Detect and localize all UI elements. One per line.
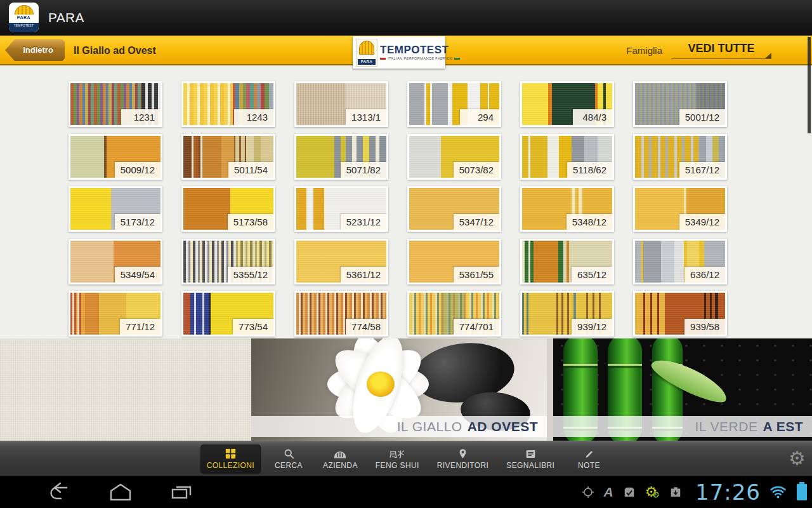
clock[interactable]: 17:26 xyxy=(695,479,761,505)
fabric-swatch[interactable]: 5167/12 xyxy=(633,134,727,180)
fabric-swatch[interactable]: 1243 xyxy=(181,81,275,127)
fabric-code-label: 5173/12 xyxy=(115,214,160,230)
bookmarks-icon xyxy=(525,448,536,459)
fabric-code-label: 5231/12 xyxy=(341,214,386,230)
banner-caption-verde: IL VERDE A EST xyxy=(553,416,812,437)
fabric-swatch[interactable]: 5009/12 xyxy=(69,134,162,180)
fabric-code-label: 939/58 xyxy=(684,319,725,335)
nav-item-label: COLLEZIONI xyxy=(207,461,254,470)
banner-linen[interactable] xyxy=(0,338,251,441)
nav-item-cerca[interactable]: CERCA xyxy=(266,444,311,474)
fabric-swatch[interactable]: 5071/82 xyxy=(294,134,388,180)
fabric-swatch[interactable]: 5349/54 xyxy=(69,239,162,284)
screen: PARA TEMPOTEST PARA Indietro Il Giallo a… xyxy=(0,0,812,508)
fabric-swatch[interactable]: 771/12 xyxy=(69,291,162,337)
fabric-code-label: 5347/12 xyxy=(454,214,499,230)
caption-prefix: IL VERDE xyxy=(695,419,758,434)
flag-red-dash xyxy=(380,58,386,60)
system-bar: A ⚙⚙ 17:26 xyxy=(0,476,812,508)
banner-il-verde[interactable]: IL VERDE A EST xyxy=(553,338,812,441)
app-title: PARA xyxy=(48,0,84,36)
flag-green-dash xyxy=(454,58,460,60)
fabric-swatch[interactable]: 5361/12 xyxy=(294,239,388,284)
fabric-code-label: 5118/62 xyxy=(567,162,612,178)
nav-item-label: AZIENDA xyxy=(323,461,358,470)
caption-bold: AD OVEST xyxy=(468,419,538,434)
fabric-swatch[interactable]: 5173/12 xyxy=(69,186,162,232)
fabric-swatch[interactable]: 5118/62 xyxy=(520,134,614,180)
fabric-swatch[interactable]: 5355/12 xyxy=(181,239,275,284)
bottom-nav-bar: COLLEZIONICERCAAZIENDAFENG SHUIRIVENDITO… xyxy=(0,441,812,476)
nav-item-label: CERCA xyxy=(275,461,303,470)
fabric-swatch[interactable]: 636/12 xyxy=(633,239,727,284)
fabric-swatch[interactable]: 5011/54 xyxy=(181,134,275,180)
fabric-swatch[interactable]: 774/701 xyxy=(407,291,501,337)
search-icon xyxy=(284,448,294,459)
location-icon[interactable] xyxy=(582,486,594,498)
fabric-code-label: 636/12 xyxy=(684,267,725,283)
family-filter: Famiglia VEDI TUTTE xyxy=(626,36,771,65)
back-nav-button[interactable] xyxy=(42,476,77,508)
nav-item-rivenditori[interactable]: RIVENDITORI xyxy=(431,444,495,474)
awning-icon xyxy=(15,5,34,15)
recents-nav-button[interactable] xyxy=(164,476,199,508)
app-icon-badge: PARA xyxy=(13,15,35,20)
nav-item-fengshui[interactable]: FENG SHUI xyxy=(369,444,426,474)
fabric-code-label: 1313/1 xyxy=(346,109,386,125)
fabric-code-label: 294 xyxy=(460,109,499,125)
fabric-code-label: 5009/12 xyxy=(115,162,160,178)
fabric-swatch[interactable]: 939/12 xyxy=(520,291,614,337)
fabric-code-label: 774/58 xyxy=(346,319,386,335)
fabric-code-label: 5011/54 xyxy=(228,162,273,178)
nav-item-collezioni[interactable]: COLLEZIONI xyxy=(200,444,261,474)
letter-a-icon[interactable]: A xyxy=(604,485,613,500)
logo-badge: PARA xyxy=(358,59,376,65)
fabric-code-label: 484/3 xyxy=(573,109,612,125)
fabric-swatch[interactable]: 5073/82 xyxy=(407,134,501,180)
nav-item-segnalibri[interactable]: SEGNALIBRI xyxy=(500,444,561,474)
page-title: Il Giallo ad Ovest xyxy=(74,36,156,65)
download-icon[interactable] xyxy=(669,486,682,498)
nav-item-label: RIVENDITORI xyxy=(437,461,489,470)
fabric-swatch[interactable]: 773/54 xyxy=(181,291,275,337)
scrollbar-thumb[interactable] xyxy=(808,37,811,133)
fabric-swatch[interactable]: 5347/12 xyxy=(407,186,501,232)
pin-icon xyxy=(459,448,467,459)
fabric-code-label: 1243 xyxy=(234,109,273,125)
fabric-swatch[interactable]: 1313/1 xyxy=(294,81,388,127)
fabric-swatch[interactable]: 294 xyxy=(407,81,501,127)
fabric-code-label: 5167/12 xyxy=(679,162,725,178)
back-button[interactable]: Indietro xyxy=(5,39,65,61)
nav-item-azienda[interactable]: AZIENDA xyxy=(317,444,364,474)
checkbox-icon[interactable] xyxy=(623,486,636,498)
home-nav-button[interactable] xyxy=(103,476,138,508)
fabric-code-label: 771/12 xyxy=(120,319,160,335)
caption-prefix: IL GIALLO xyxy=(397,419,462,434)
fabric-swatch[interactable]: 5348/12 xyxy=(520,186,614,232)
nav-item-note[interactable]: NOTE xyxy=(566,444,612,474)
fabric-code-label: 5071/82 xyxy=(341,162,386,178)
fabric-swatch[interactable]: 5231/12 xyxy=(294,186,388,232)
fabric-swatch[interactable]: 5361/55 xyxy=(407,239,501,284)
app-icon-sub: TEMPOTEST xyxy=(9,23,39,32)
fabric-swatch[interactable]: 939/58 xyxy=(633,291,727,337)
fabric-code-label: 5349/54 xyxy=(115,267,160,283)
fabric-swatch[interactable]: 5173/58 xyxy=(181,186,275,232)
fabric-swatch[interactable]: 1231 xyxy=(69,81,162,127)
para-logo-icon: PARA xyxy=(356,39,377,67)
fabric-swatch[interactable]: 5349/12 xyxy=(633,186,727,232)
fabric-swatch[interactable]: 484/3 xyxy=(520,81,614,127)
fabric-code-label: 5001/12 xyxy=(679,109,725,125)
family-spinner[interactable]: VEDI TUTTE xyxy=(671,42,771,59)
gears-icon[interactable]: ⚙⚙ xyxy=(645,485,660,499)
settings-gear-icon[interactable]: ⚙ xyxy=(789,449,806,468)
fabric-code-label: 5173/58 xyxy=(228,214,273,230)
fabric-swatch[interactable]: 774/58 xyxy=(294,291,388,337)
fabric-swatch-grid: 123112431313/1294484/35001/125009/125011… xyxy=(0,65,812,338)
app-bar: PARA TEMPOTEST PARA xyxy=(0,0,812,36)
banner-il-giallo[interactable]: IL GIALLO AD OVEST xyxy=(251,338,547,441)
fabric-swatch[interactable]: 5001/12 xyxy=(633,81,727,127)
fabric-code-label: 1231 xyxy=(121,109,160,125)
fengshui-icon xyxy=(390,448,405,459)
fabric-swatch[interactable]: 635/12 xyxy=(520,239,614,284)
